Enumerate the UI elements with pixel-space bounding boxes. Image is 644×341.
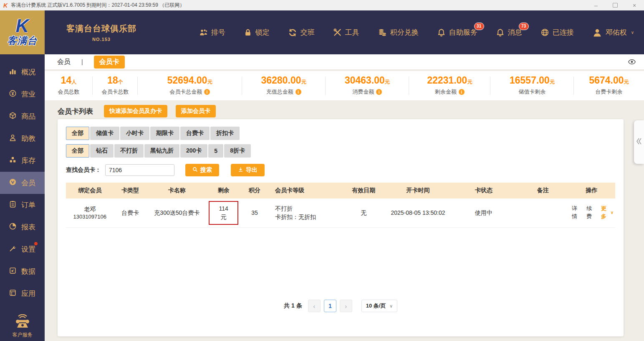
nav-connection-status[interactable]: 已连接 <box>540 28 574 37</box>
stat-value: 14 <box>61 75 72 86</box>
sidebar-item-label: 报表 <box>21 222 35 232</box>
sidebar-item-members[interactable]: 会员 <box>0 172 45 194</box>
filter-type-term[interactable]: 期限卡 <box>150 127 179 140</box>
export-button[interactable]: 导出 <box>231 164 265 176</box>
info-icon[interactable]: i <box>295 89 301 95</box>
tab-member-cards[interactable]: 会员卡 <box>94 56 125 69</box>
cell-points: 35 <box>240 198 269 227</box>
sidebar-item-coach[interactable]: 助教 <box>0 127 45 150</box>
chevron-down-icon: ∨ <box>631 30 634 35</box>
nav-messages[interactable]: 消息 73 <box>496 28 522 37</box>
sidebar-item-business[interactable]: 营业 <box>0 83 45 105</box>
cell-bound-member: 老邓 13031097106 <box>66 198 114 227</box>
nav-shift-change[interactable]: 交班 <box>288 28 315 37</box>
cell-remaining: 114元 <box>207 198 240 227</box>
customer-service[interactable]: 客户服务 <box>0 314 45 338</box>
more-link[interactable]: 更多∨ <box>599 205 614 221</box>
member-name: 老邓 <box>68 205 112 213</box>
filter-level-all[interactable]: 全部 <box>66 144 89 158</box>
app-header: 客满台台球俱乐部 NO.153 排号 锁定 交班 工具 <box>45 10 644 54</box>
cell-actions: 详情 续费 更多∨ <box>568 198 615 227</box>
stat-label: 台费卡剩余 <box>596 88 623 96</box>
filter-type-discount[interactable]: 折扣卡 <box>210 127 240 140</box>
nav-label: 排号 <box>211 28 225 37</box>
sidebar-item-data[interactable]: 数据 <box>0 260 45 282</box>
col-actions: 操作 <box>568 183 615 198</box>
sidebar-item-overview[interactable]: 概况 <box>0 61 45 83</box>
cell-card-level: 不打折 卡折扣：无折扣 <box>269 198 341 227</box>
maximize-icon <box>613 3 618 8</box>
nav-queue-number[interactable]: 排号 <box>199 28 225 37</box>
search-label: 查找会员卡： <box>66 166 101 174</box>
filter-level-200-card[interactable]: 200卡 <box>180 144 207 158</box>
filter-type-hourly[interactable]: 小时卡 <box>120 127 149 140</box>
sidebar-item-apps[interactable]: 应用 <box>0 282 45 305</box>
maximize-button[interactable] <box>606 0 625 10</box>
filter-level-no-discount[interactable]: 不打折 <box>114 144 144 158</box>
prev-page-button[interactable]: ‹ <box>308 300 321 312</box>
sidebar-item-label: 设置 <box>21 244 35 254</box>
next-page-button[interactable]: › <box>340 300 352 312</box>
nav-self-service[interactable]: 自助服务 31 <box>437 28 477 37</box>
stat-label: 会员总数 <box>58 88 80 96</box>
stat-consumed-amount: 30463.00元 消费金额i <box>326 71 409 100</box>
stats-bar: 14人 会员总数 18个 会员卡总数 52694.00元 会员卡总金额i 362… <box>45 71 644 100</box>
filter-level-black-diamond[interactable]: 黑钻九折 <box>144 144 179 158</box>
phone-icon <box>14 314 31 330</box>
main-content: 会员卡列表 快速添加会员及办卡 添加会员卡 全部 储值卡 小时卡 期限卡 台费卡… <box>45 100 644 341</box>
filter-level-8-discount[interactable]: 8折卡 <box>224 144 251 158</box>
collapse-panel-handle[interactable] <box>634 120 644 164</box>
info-icon[interactable]: i <box>376 89 382 95</box>
info-icon[interactable]: i <box>459 89 465 95</box>
stat-unit: 元 <box>301 79 306 85</box>
sidebar-item-inventory[interactable]: 库存 <box>0 150 45 172</box>
add-member-card-button[interactable]: 添加会员卡 <box>176 105 216 117</box>
page-size-select[interactable]: 10 条/页∨ <box>361 300 397 312</box>
stat-label: 储值卡剩余 <box>518 88 546 96</box>
eye-icon[interactable] <box>628 59 636 65</box>
filter-type-table-fee[interactable]: 台费卡 <box>180 127 210 140</box>
nav-points-exchange[interactable]: 积分兑换 <box>378 28 419 37</box>
filter-level-diamond[interactable]: 钻石 <box>90 144 114 158</box>
info-icon[interactable]: i <box>204 89 210 95</box>
sidebar-item-orders[interactable]: 订单 <box>0 194 45 216</box>
table-header-row: 绑定会员 卡类型 卡名称 剩余 积分 会员卡等级 有效日期 开卡时间 卡状态 备… <box>66 183 615 198</box>
card-level-filter: 全部 钻石 不打折 黑钻九折 200卡 5 8折卡 <box>66 144 615 158</box>
col-card-name: 卡名称 <box>146 183 207 198</box>
sidebar-item-settings[interactable]: 设置 <box>0 238 45 260</box>
filter-type-stored-value[interactable]: 储值卡 <box>90 127 119 140</box>
filter-level-5[interactable]: 5 <box>208 144 223 158</box>
card-type-filter: 全部 储值卡 小时卡 期限卡 台费卡 折扣卡 <box>66 127 615 140</box>
app-logo-icon: K <box>3 2 8 9</box>
tab-members[interactable]: 会员 <box>57 58 71 66</box>
close-button[interactable]: × <box>625 0 644 10</box>
filter-type-all[interactable]: 全部 <box>66 127 89 140</box>
renew-link[interactable]: 续费 <box>584 205 594 221</box>
nav-tools[interactable]: 工具 <box>333 28 359 37</box>
quick-add-member-button[interactable]: 快速添加会员及办卡 <box>104 105 167 117</box>
card-level: 不打折 <box>275 204 339 213</box>
remaining-value: 114元 <box>219 205 228 220</box>
detail-link[interactable]: 详情 <box>570 205 579 221</box>
search-input[interactable] <box>105 164 174 176</box>
stat-label: 会员卡总数 <box>102 88 129 96</box>
cell-open-time: 2025-08-05 13:50:02 <box>386 198 449 227</box>
sidebar-item-goods[interactable]: 商品 <box>0 105 45 127</box>
nav-label: 已连接 <box>553 28 574 37</box>
tab-separator: | <box>81 59 83 65</box>
col-remark: 备注 <box>518 183 568 198</box>
sidebar-item-reports[interactable]: 报表 <box>0 216 45 238</box>
page-1-button[interactable]: 1 <box>324 300 336 312</box>
sidebar-item-label: 库存 <box>21 156 35 165</box>
club-info: 客满台台球俱乐部 NO.153 <box>66 23 136 42</box>
cell-card-type: 台费卡 <box>114 198 146 227</box>
stat-unit: 人 <box>71 79 76 85</box>
search-button[interactable]: 搜索 <box>185 164 219 176</box>
page-size-value: 10 条/页 <box>366 302 386 310</box>
col-bound-member: 绑定会员 <box>66 183 114 198</box>
sidebar-item-label: 数据 <box>21 267 35 276</box>
nav-user-menu[interactable]: 邓佑权 ∨ <box>592 28 634 38</box>
search-button-label: 搜索 <box>200 166 212 174</box>
minimize-button[interactable]: – <box>586 0 606 10</box>
nav-lock[interactable]: 锁定 <box>244 28 270 37</box>
